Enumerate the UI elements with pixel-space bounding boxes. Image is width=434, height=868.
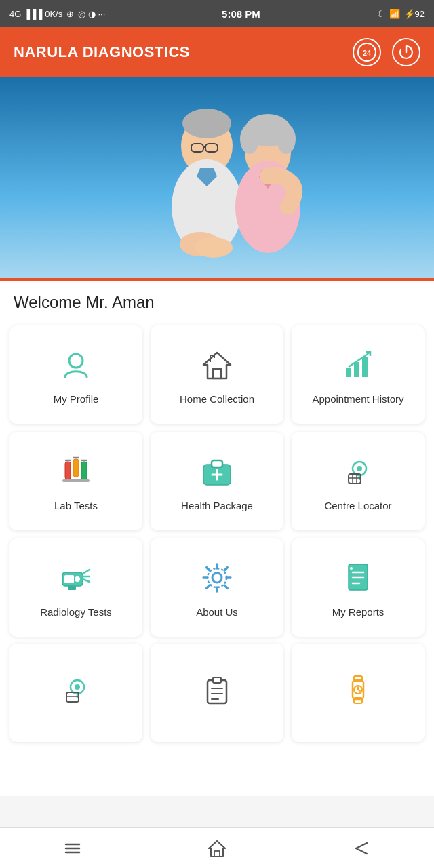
svg-rect-22: [346, 368, 351, 377]
svg-rect-48: [68, 586, 76, 590]
24hr-button[interactable]: 24: [353, 38, 381, 66]
svg-marker-75: [209, 841, 225, 856]
lab-icon: [58, 453, 94, 490]
my-profile-tile[interactable]: My Profile: [9, 326, 142, 424]
wifi-icon: 📶: [389, 9, 400, 19]
status-left: 4G ▐▐▐ 0K/s ⊕ ◎ ◑ ···: [9, 9, 105, 19]
nav-menu-button[interactable]: [45, 828, 100, 868]
centre-locator-label: Centre Locator: [324, 499, 391, 513]
chart-icon: [340, 347, 376, 383]
menu-grid: My Profile Home Collection Appointment H…: [0, 319, 434, 644]
svg-line-47: [83, 579, 90, 582]
svg-point-44: [75, 576, 80, 582]
svg-marker-20: [203, 353, 231, 378]
svg-point-18: [195, 237, 233, 258]
gear-icon: [199, 559, 235, 596]
home-collection-tile[interactable]: Home Collection: [151, 326, 283, 424]
about-us-tile[interactable]: About Us: [151, 538, 283, 637]
health-package-label: Health Package: [181, 499, 253, 513]
bottom-navigation: [0, 827, 434, 868]
power-button[interactable]: [392, 38, 420, 66]
status-right: ☾ 📶 ⚡92: [377, 9, 425, 19]
svg-rect-21: [213, 369, 221, 378]
header-icons: 24: [353, 38, 420, 66]
svg-rect-24: [362, 357, 368, 377]
svg-rect-76: [214, 851, 220, 856]
my-profile-label: My Profile: [54, 393, 99, 406]
extra-watch-tile[interactable]: [292, 644, 425, 742]
svg-line-71: [358, 690, 360, 691]
my-reports-tile[interactable]: My Reports: [292, 538, 425, 637]
usb-icon: ⊕: [66, 9, 74, 19]
watch-icon: [340, 671, 376, 708]
nav-home-button[interactable]: [190, 828, 244, 868]
banner-image: [0, 77, 434, 278]
my-reports-label: My Reports: [332, 606, 384, 619]
svg-point-58: [75, 684, 80, 690]
appointment-history-label: Appointment History: [312, 393, 403, 406]
lab-tests-label: Lab Tests: [54, 499, 98, 513]
lab-tests-tile[interactable]: Lab Tests: [9, 432, 142, 530]
nav-back-button[interactable]: [334, 828, 389, 868]
extra-clipboard-tile[interactable]: [151, 644, 283, 742]
health-package-tile[interactable]: Health Package: [151, 432, 283, 530]
clipboard-icon: [199, 671, 235, 708]
about-us-label: About Us: [196, 606, 238, 619]
svg-point-56: [350, 567, 353, 570]
extra-tiles-row: [0, 644, 434, 796]
svg-point-8: [182, 108, 231, 138]
svg-line-45: [83, 570, 90, 574]
welcome-text: Welcome Mr. Aman: [0, 281, 434, 319]
hero-banner: [0, 77, 434, 281]
appointment-history-tile[interactable]: Appointment History: [292, 326, 425, 424]
time-display: 5:08 PM: [222, 8, 260, 20]
centre-locator-tile[interactable]: Centre Locator: [292, 432, 425, 530]
network-info: 4G ▐▐▐ 0K/s: [9, 9, 62, 19]
svg-rect-26: [73, 459, 79, 477]
locator-icon: [340, 453, 376, 490]
svg-point-19: [69, 354, 83, 368]
reports-icon: [340, 559, 376, 596]
svg-rect-25: [65, 462, 71, 479]
moon-icon: ☾: [377, 9, 385, 19]
svg-rect-43: [64, 575, 74, 583]
svg-rect-23: [354, 362, 359, 377]
extra-locator-tile[interactable]: [9, 644, 142, 742]
svg-text:24: 24: [363, 49, 372, 57]
svg-rect-27: [81, 462, 87, 479]
app-header: NARULA DIAGNOSTICS 24: [0, 27, 434, 77]
battery-icon: ⚡92: [404, 9, 425, 19]
svg-rect-33: [212, 460, 222, 467]
medkit-icon: [199, 453, 235, 490]
status-bar: 4G ▐▐▐ 0K/s ⊕ ◎ ◑ ··· 5:08 PM ☾ 📶 ⚡92: [0, 0, 434, 27]
svg-point-14: [277, 124, 296, 154]
radiology-tests-label: Radiology Tests: [40, 606, 112, 619]
svg-point-13: [240, 124, 259, 154]
svg-rect-62: [213, 677, 221, 683]
svg-point-49: [212, 573, 222, 583]
profile-icon: [58, 347, 94, 383]
svg-rect-31: [62, 479, 90, 482]
home-collection-label: Home Collection: [180, 393, 254, 406]
radiology-icon: [58, 559, 94, 596]
app-title: NARULA DIAGNOSTICS: [14, 43, 190, 61]
radiology-tests-tile[interactable]: Radiology Tests: [9, 538, 142, 637]
notification-icons: ◎ ◑ ···: [78, 9, 105, 19]
extra-locator-icon: [58, 671, 94, 708]
svg-point-37: [357, 466, 362, 471]
home-icon: [199, 347, 235, 383]
